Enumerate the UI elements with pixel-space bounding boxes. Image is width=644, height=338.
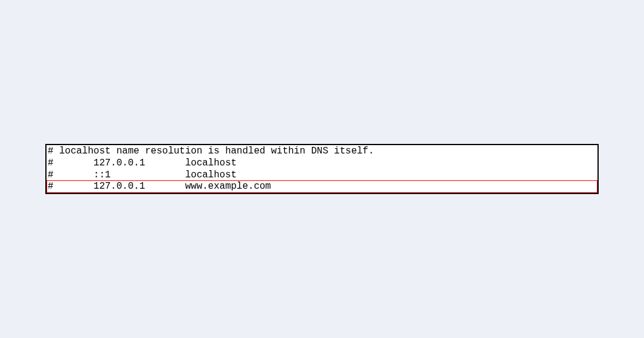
hosts-entry-line: # 127.0.0.1 localhost: [47, 157, 597, 169]
hosts-highlighted-entry: # 127.0.0.1 www.example.com: [47, 180, 597, 193]
hosts-entry-line: # ::1 localhost: [47, 169, 597, 181]
hosts-comment-line: # localhost name resolution is handled w…: [47, 145, 597, 157]
hosts-file-content: # localhost name resolution is handled w…: [45, 144, 599, 194]
